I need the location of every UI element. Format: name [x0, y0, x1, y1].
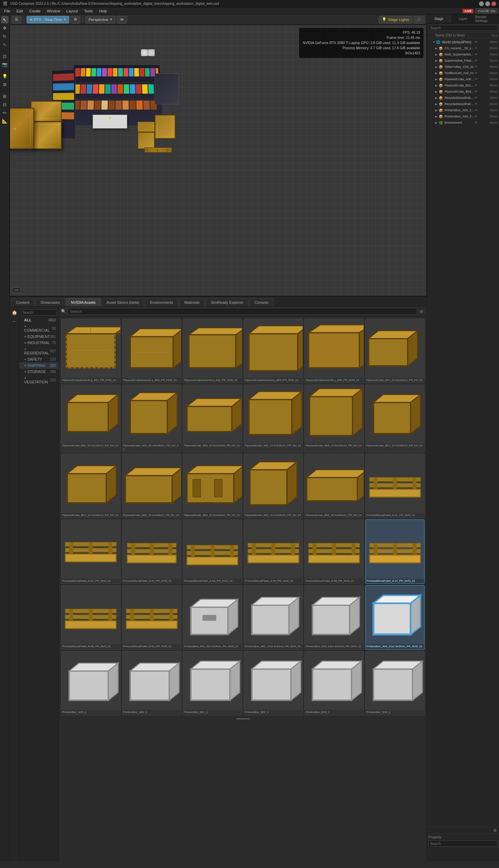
select-tool-button[interactable]: ↖: [1, 16, 9, 23]
asset-item-8[interactable]: PlywoodCrate_A03_90 x90x80cm_PR_NV_01: [122, 384, 182, 452]
category-storage[interactable]: + STORAGE 288: [19, 369, 59, 375]
asset-item-13[interactable]: PlywoodCrate_B02_10 0x100x10_PR_NV_01: [61, 454, 121, 518]
toolbar-settings-button[interactable]: ⚙: [71, 16, 80, 23]
menu-file[interactable]: File: [1, 8, 13, 14]
layers-button[interactable]: ⊟: [1, 101, 9, 108]
settings-sidebar-button[interactable]: ⚙: [1, 81, 9, 88]
asset-item-18[interactable]: PressedWoodPallet_A 01_PR_NVD_01: [365, 454, 425, 518]
tree-eye-recycled-2[interactable]: 👁: [475, 102, 479, 106]
tree-item-world[interactable]: ▼ 🌐 World (defaultPrim) 👁 Xform: [427, 39, 499, 45]
property-search-input[interactable]: [428, 840, 498, 847]
grid-button[interactable]: ⊞: [1, 92, 9, 100]
close-button[interactable]: ✕: [491, 1, 496, 6]
camera-button[interactable]: 📷: [1, 61, 9, 68]
light-button[interactable]: 💡: [1, 72, 9, 80]
stage-lights-button[interactable]: 💡 Stage Lights: [379, 16, 412, 23]
tab-stage[interactable]: Stage: [427, 14, 451, 23]
tab-showcases[interactable]: Showcases: [35, 298, 65, 306]
asset-item-15[interactable]: PlywoodCrate_B04_20 0x100x10_PR_NV_01: [183, 454, 242, 518]
tab-content[interactable]: Content: [11, 298, 35, 306]
asset-item-28[interactable]: PrintersBox_A02_21x2 8x10cm_PR_NVD_01: [244, 585, 303, 650]
tree-item-environment[interactable]: ▶ 🌿 Environment 👁 Xform: [427, 120, 499, 126]
category-commercial[interactable]: + COMMERCIAL 82: [19, 323, 59, 333]
asset-item-29[interactable]: PrintersBox_A03_23x2 8x12cm_PR_NVD_01: [304, 585, 364, 650]
asset-item-3[interactable]: PlywoodCrateAssembl y_A04_PR_NVD_01: [183, 319, 242, 383]
tree-item-plywood-a06[interactable]: ▶ 📦 PlywoodCrate_A06_120x120x19( 👁 Xform: [427, 76, 499, 82]
asset-item-14[interactable]: PlywoodCrate_B03_20 0x100x10_PR_NV_01: [122, 454, 182, 518]
tree-item-potato[interactable]: ▶ 📦 Supermarket_Potato_Chips_She... 👁 Xf…: [427, 58, 499, 64]
tab-environments[interactable]: Environments: [145, 298, 178, 306]
asset-item-24-selected[interactable]: PressedWoodPallet_A 07_PR_NVD_01: [365, 519, 425, 584]
menu-edit[interactable]: Edit: [14, 8, 26, 14]
category-shipping[interactable]: + SHIPPING 282: [19, 362, 59, 369]
tab-render-settings[interactable]: Render Settings: [475, 14, 499, 23]
asset-item-17[interactable]: PlywoodCrate_B06_30 0x200x10_PR_NV_01: [304, 454, 364, 518]
tree-item-printers-a05[interactable]: ▶ 📦 PrintersBox_A05_23x28x25cm_F... 👁 Xf…: [427, 107, 499, 113]
asset-item-10[interactable]: PlywoodCrate_A05_12 0x120x11_PR_NV_01: [244, 384, 303, 452]
asset-item-23[interactable]: PressedWoodPallet_A 06_PR_NVD_01: [304, 519, 364, 584]
menu-tools[interactable]: Tools: [81, 8, 96, 14]
asset-item-1[interactable]: PlywoodCrateAssembl y_A02_PR_NVD_01: [61, 319, 121, 383]
tree-item-supermarket[interactable]: ▶ 📦 Multi_Supermarket_Assetpack_1... 👁 X…: [427, 51, 499, 58]
live-badge[interactable]: LIVE: [462, 9, 473, 13]
asset-item-27[interactable]: PrintersBox_A01_28x 4x25cm_PR_NVD_01: [183, 585, 242, 650]
asset-item-22[interactable]: PressedWoodPallet_A 05_PR_NVD_01: [244, 519, 303, 584]
asset-item-34[interactable]: PrintersBox_B02_1: [244, 651, 303, 715]
tree-item-cs-ascend[interactable]: ▶ 📦 CS_Ascend__Sit_stand_Worksta... 👁 Xf…: [427, 45, 499, 51]
tree-item-recycled-1[interactable]: ▶ 📦 RecycledWoodPallet_A02_PR_NV... 👁 Xf…: [427, 95, 499, 101]
tree-eye-env[interactable]: 👁: [475, 121, 479, 124]
asset-item-30-selected[interactable]: PrintersBox_A04_22x2 8x20cm_PR_NVD_01: [365, 585, 425, 650]
category-safety[interactable]: + SAFETY 133: [19, 356, 59, 362]
asset-nav-back[interactable]: ←: [11, 317, 18, 325]
tab-nvidia-assets[interactable]: NVIDIA Assets: [66, 298, 101, 306]
tree-eye-cs[interactable]: 👁: [475, 46, 479, 50]
tree-item-tabletrolley[interactable]: ▶ 📦 TableTrolley_C05_01 👁 Xform: [427, 64, 499, 70]
asset-item-20[interactable]: PressedWoodPallet_A 03_PR_NVD_01: [122, 519, 182, 584]
menu-help[interactable]: Help: [96, 8, 110, 14]
maximize-button[interactable]: □: [485, 1, 490, 6]
asset-item-31[interactable]: PrintersBox_A05_1: [61, 651, 121, 715]
asset-item-35[interactable]: PrintersBox_B03_1: [304, 651, 364, 715]
tab-layer[interactable]: Layer: [451, 14, 475, 23]
tree-item-toolbox[interactable]: ▶ 📦 ToolBoxCart_A02_01 👁 Xform: [427, 70, 499, 76]
camera-settings-button[interactable]: 🎥: [414, 16, 425, 23]
tree-item-plywood-b04[interactable]: ▶ 📦 PlywoodCrate_B04_200x100x10( 👁 Xform: [427, 89, 499, 95]
asset-item-21[interactable]: PressedWoodPallet_A 04_PR_NVD_01: [183, 519, 242, 584]
measure-button[interactable]: 📐: [1, 117, 9, 125]
tree-eye-world[interactable]: 👁: [475, 40, 479, 44]
asset-item-26[interactable]: PressedWoodPallet_A 09_PR_NVD_01: [122, 585, 182, 650]
asset-item-6[interactable]: PlywoodCrate_A01_24 0x120x14_PR_NV_01: [365, 319, 425, 383]
menu-toggle-button[interactable]: ☰: [12, 16, 21, 23]
asset-item-33[interactable]: PrintersBox_B01_1: [183, 651, 242, 715]
tree-eye-plywood-b04[interactable]: 👁: [475, 90, 479, 93]
tree-eye-toolbox[interactable]: 👁: [475, 71, 479, 75]
move-tool-button[interactable]: ✥: [1, 24, 9, 32]
snap-button[interactable]: ⊡: [1, 52, 9, 60]
category-all[interactable]: ALL 3022: [19, 317, 59, 323]
asset-item-5[interactable]: PlywoodCrateAssembl y_A06_PR_NVD_01: [304, 319, 364, 383]
stage-search-input[interactable]: [428, 25, 498, 31]
asset-item-4[interactable]: PlywoodCrateAssembl y_A05_PR_NVD_01: [244, 319, 303, 383]
category-vegetation[interactable]: + VEGETATION 102: [19, 375, 59, 385]
category-equipment[interactable]: + EQUIPMENT 301: [19, 333, 59, 340]
asset-item-12[interactable]: PlywoodCrate_B01_10 0x100x10_PR_NV_01: [365, 384, 425, 452]
perspective-button[interactable]: Perspective ▼: [85, 16, 115, 23]
tree-item-recycled-2[interactable]: ▶ 📦 RecycledWoodPallet_A02_PR_NV... 👁 Xf…: [427, 101, 499, 107]
asset-item-2[interactable]: PlywoodCrateAssembl y_A03_PR_NVD_01: [122, 319, 182, 383]
tree-item-printers-a04[interactable]: ▶ 📦 PrintersBox_A04_22x28x20cm_F... 👁 Xf…: [427, 113, 499, 120]
asset-item-25[interactable]: PressedWoodPallet_A 08_PR_NVD_01: [61, 585, 121, 650]
asset-item-19[interactable]: PressedWoodPallet_A 02_PR_NVD_01: [61, 519, 121, 584]
tree-eye-printers-a04[interactable]: 👁: [475, 115, 479, 118]
rotate-tool-button[interactable]: ↻: [1, 32, 9, 40]
asset-settings-button[interactable]: ⚙: [418, 308, 425, 314]
tree-eye-plywood-a06[interactable]: 👁: [475, 78, 479, 81]
tab-materials[interactable]: Materials: [179, 298, 205, 306]
minimize-button[interactable]: −: [479, 1, 484, 6]
tree-eye-super[interactable]: 👁: [475, 53, 479, 56]
tree-eye-printers-a05[interactable]: 👁: [475, 108, 479, 112]
asset-item-32[interactable]: PrintersBox_A06_1: [122, 651, 182, 715]
toolbar-extra-button[interactable]: ≫: [117, 16, 127, 23]
scroll-bar[interactable]: [236, 718, 250, 720]
scale-tool-button[interactable]: ⤡: [1, 41, 9, 48]
asset-search-input[interactable]: [68, 308, 417, 315]
